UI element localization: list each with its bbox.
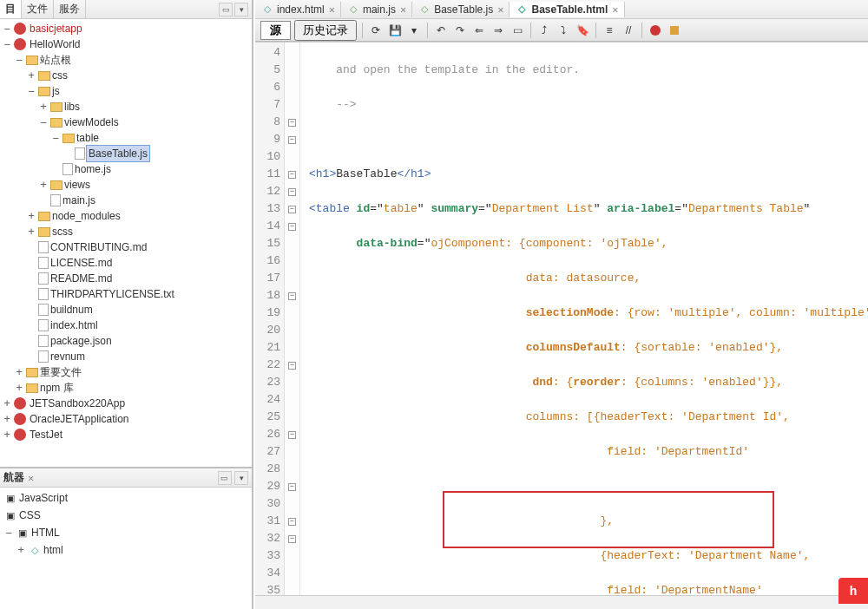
html-file-icon <box>38 319 49 331</box>
tree-important[interactable]: 重要文件 <box>40 364 82 380</box>
project-icon <box>14 23 26 35</box>
tree-buildnum[interactable]: buildnum <box>50 302 93 318</box>
bookmark-icon[interactable]: 🔖 <box>575 23 590 38</box>
js-file-icon <box>50 194 61 206</box>
dropdown-icon[interactable]: ▾ <box>406 23 422 38</box>
tab-files[interactable]: 文件 <box>22 0 54 18</box>
macro-record-icon[interactable] <box>648 23 663 38</box>
tab-projects[interactable]: 目 <box>0 0 22 18</box>
nav-javascript[interactable]: JavaScript <box>19 489 68 507</box>
tree-css[interactable]: css <box>52 68 68 83</box>
tree-home-js[interactable]: home.js <box>75 161 111 177</box>
format-icon[interactable]: ≡ <box>602 23 617 38</box>
code-line: and open the template in the editor. <box>309 62 863 79</box>
tree-packagejson[interactable]: package.json <box>50 333 112 349</box>
nav-back-icon[interactable]: ⇐ <box>471 23 487 38</box>
code-line: dnd: {reorder: {columns: 'enabled'}}, <box>309 374 863 391</box>
tree-indexhtml[interactable]: index.html <box>50 318 98 333</box>
save-icon[interactable]: 💾 <box>387 23 403 38</box>
bookmark-down-icon[interactable]: ⤵ <box>556 23 571 38</box>
tree-readme[interactable]: README.md <box>50 271 112 286</box>
tree-jetsandbox[interactable]: JETSandbox220App <box>30 396 125 411</box>
nav-fwd-icon[interactable]: ⇒ <box>490 23 506 38</box>
tab-services[interactable]: 服务 <box>54 0 86 18</box>
html-tag-icon: ◇ <box>28 543 42 557</box>
filetab-index-html[interactable]: ◇index.html✕ <box>255 2 341 17</box>
tree-siteroot[interactable]: 站点根 <box>40 52 71 68</box>
code-content[interactable]: and open the template in the editor. -->… <box>300 43 868 595</box>
project-icon <box>14 38 26 50</box>
tree-viewmodels[interactable]: viewModels <box>64 115 119 130</box>
watermark-badge: h <box>838 578 868 604</box>
navigator-title: 航器 <box>3 470 24 485</box>
js-file-icon: ◇ <box>418 3 431 16</box>
nav-css[interactable]: CSS <box>19 507 41 524</box>
tree-helloworld[interactable]: HelloWorld <box>30 36 80 52</box>
tree-views[interactable]: views <box>64 177 90 193</box>
refresh-icon[interactable]: ⟳ <box>368 23 384 38</box>
tree-basetable-js[interactable]: BaseTable.js <box>87 146 149 161</box>
tree-thirdparty[interactable]: THIRDPARTYLICENSE.txt <box>50 286 174 302</box>
folder-icon <box>50 102 62 112</box>
close-tab-icon[interactable]: ✕ <box>329 3 335 16</box>
folder-icon <box>50 118 62 128</box>
project-icon <box>14 397 26 409</box>
css-icon: ▣ <box>3 508 17 522</box>
code-line: columns: [{headerText: 'Department Id', <box>309 409 863 426</box>
horizontal-scrollbar[interactable] <box>255 595 868 609</box>
folder-icon <box>50 180 62 190</box>
folder-icon <box>38 71 50 81</box>
nav-html-root[interactable]: html <box>43 541 63 559</box>
fold-gutter[interactable]: −− −−−− − − − − −− <box>285 43 300 595</box>
tree-license[interactable]: LICENSE.md <box>50 255 112 271</box>
project-tree[interactable]: −basicjetapp −HelloWorld − 站点根 + css − j… <box>0 19 252 467</box>
tree-basicjetapp[interactable]: basicjetapp <box>30 21 82 36</box>
js-file-icon <box>62 163 73 175</box>
html-file-icon: ◇ <box>515 3 529 16</box>
tree-js[interactable]: js <box>52 83 60 99</box>
code-line: columnsDefault: {sortable: 'enabled'}, <box>309 339 863 357</box>
close-tab-icon[interactable]: ✕ <box>497 3 503 16</box>
tree-scss[interactable]: scss <box>52 224 73 239</box>
undo-icon[interactable]: ↶ <box>433 23 449 38</box>
tree-oraclejet[interactable]: OracleJETApplication <box>30 411 129 427</box>
filetab-basetable-html[interactable]: ◇BaseTable.html✕ <box>510 2 624 17</box>
navigator-minimize-icon[interactable]: ▭ <box>218 471 232 485</box>
tree-contributing[interactable]: CONTRIBUTING.md <box>50 239 147 255</box>
tree-main-js[interactable]: main.js <box>62 193 95 208</box>
js-file-icon <box>75 147 85 160</box>
macro-stop-icon[interactable] <box>667 23 682 38</box>
tree-npmlib[interactable]: npm 库 <box>40 380 74 396</box>
tree-table[interactable]: table <box>76 130 99 146</box>
comment-icon[interactable]: // <box>621 23 636 38</box>
js-file-icon: ◇ <box>346 3 360 16</box>
history-button[interactable]: 历史记录 <box>294 20 357 41</box>
navigator-close-icon[interactable]: ✕ <box>28 472 34 484</box>
filetab-main-js[interactable]: ◇main.js✕ <box>341 2 412 17</box>
panel-minimize-icon[interactable]: ▭ <box>219 3 233 16</box>
folder-icon <box>38 87 50 96</box>
project-panel: 目 文件 服务 ▭ ▾ −basicjetapp −HelloWorld − 站… <box>0 0 253 609</box>
code-editor[interactable]: 4567891011121314151617181920212223242526… <box>255 42 868 595</box>
tree-libs[interactable]: libs <box>64 99 80 115</box>
navigator-menu-icon[interactable]: ▾ <box>234 471 248 485</box>
close-tab-icon[interactable]: ✕ <box>400 3 406 16</box>
tree-revnum[interactable]: revnum <box>50 349 85 364</box>
tree-testjet[interactable]: TestJet <box>30 427 62 442</box>
code-line: data: datasource, <box>309 270 863 287</box>
folder-icon <box>38 227 50 237</box>
select-icon[interactable]: ▭ <box>510 23 525 38</box>
source-view-button[interactable]: 源 <box>260 21 291 40</box>
tree-nodemodules[interactable]: node_modules <box>52 208 121 224</box>
close-tab-icon[interactable]: ✕ <box>612 3 618 16</box>
editor-toolbar: 源 历史记录 ⟳ 💾 ▾ ↶ ↷ ⇐ ⇒ ▭ ⤴ ⤵ 🔖 ≡ // <box>255 19 868 42</box>
nav-html[interactable]: HTML <box>31 524 60 541</box>
bookmark-up-icon[interactable]: ⤴ <box>536 23 552 38</box>
redo-icon[interactable]: ↷ <box>452 23 468 38</box>
json-file-icon <box>38 335 49 347</box>
project-icon <box>14 429 26 441</box>
filetab-basetable-js[interactable]: ◇BaseTable.js✕ <box>412 2 510 17</box>
panel-menu-icon[interactable]: ▾ <box>234 3 248 16</box>
code-line: }, <box>309 513 863 530</box>
code-line: <h1>BaseTable</h1> <box>309 166 863 183</box>
